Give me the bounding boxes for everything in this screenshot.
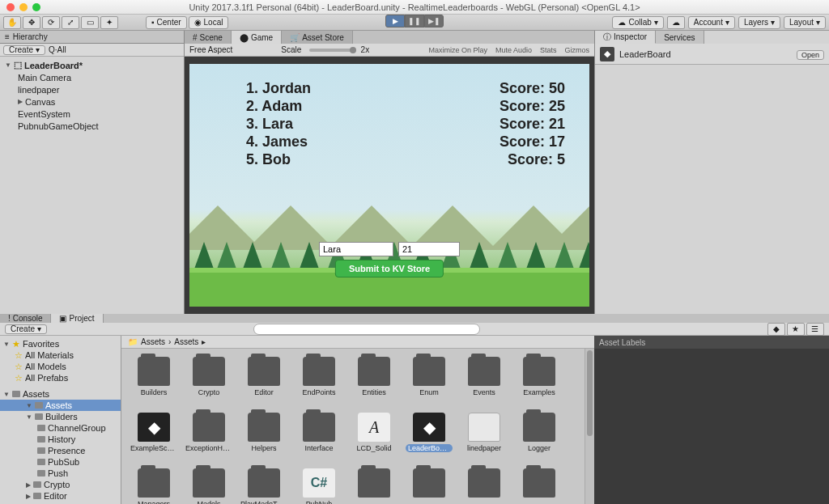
project-tree-item[interactable]: ▼ Assets: [0, 400, 121, 411]
project-tree-item[interactable]: ☆ All Models: [0, 361, 121, 372]
asset-item[interactable]: linedpaper: [465, 413, 504, 452]
aspect-dropdown[interactable]: Free Aspect: [189, 45, 232, 54]
asset-item[interactable]: [465, 468, 504, 504]
asset-item[interactable]: ◆ExampleScene: [134, 413, 173, 452]
unity-cube-icon: ◆: [600, 47, 614, 61]
asset-item[interactable]: Builders: [134, 357, 173, 396]
account-dropdown[interactable]: Account ▾: [688, 16, 735, 29]
scale-value: 2x: [361, 45, 370, 54]
project-tree-item[interactable]: ▶ Crypto: [0, 479, 121, 490]
breadcrumb-current[interactable]: Assets: [174, 337, 198, 346]
maximize-window-button[interactable]: [32, 3, 40, 11]
project-tree-item[interactable]: ChannelGroup: [0, 422, 121, 434]
asset-item[interactable]: Events: [465, 357, 504, 396]
asset-item[interactable]: [355, 468, 393, 504]
leaderboard-row: 2. AdamScore: 25: [246, 98, 565, 116]
hierarchy-tab[interactable]: ≡ Hierarchy: [0, 31, 184, 44]
asset-item[interactable]: Editor: [244, 357, 283, 396]
close-window-button[interactable]: [6, 3, 15, 11]
step-button[interactable]: ▶❚: [424, 15, 444, 28]
layout-dropdown[interactable]: Layout ▾: [784, 16, 826, 29]
hierarchy-item[interactable]: ▶Canvas: [0, 95, 184, 108]
hierarchy-item[interactable]: Main Camera: [0, 71, 184, 83]
asset-item[interactable]: Entities: [355, 357, 393, 396]
asset-item[interactable]: Helpers: [244, 413, 283, 452]
project-search-input[interactable]: [253, 324, 480, 335]
collab-dropdown[interactable]: ☁ Collab ▾: [612, 16, 663, 29]
gizmos-toggle[interactable]: Gizmos: [564, 46, 589, 54]
project-create-dropdown[interactable]: Create ▾: [5, 324, 47, 334]
scale-slider[interactable]: [309, 49, 352, 52]
leaderboard-name-input[interactable]: [319, 242, 393, 256]
asset-item[interactable]: C#PubNub: [300, 468, 338, 504]
inspector-object-name: LeaderBoard: [619, 49, 671, 59]
stats-toggle[interactable]: Stats: [540, 46, 557, 54]
scale-tool[interactable]: ⤢: [62, 16, 79, 29]
pivot-toggle[interactable]: ▪ Center: [146, 16, 187, 29]
asset-item[interactable]: EndPoints: [300, 357, 338, 396]
leaderboard-row: 5. BobScore: 5: [246, 151, 565, 169]
project-tree-item[interactable]: ▼★ Favorites: [0, 338, 121, 349]
project-tree-item[interactable]: Presence: [0, 445, 121, 456]
asset-item[interactable]: Interface: [300, 413, 338, 452]
filter-button-2[interactable]: ★: [787, 323, 805, 336]
layers-dropdown[interactable]: Layers ▾: [738, 16, 780, 29]
project-scrollbar[interactable]: [585, 349, 594, 504]
services-tab[interactable]: Services: [656, 31, 704, 44]
hierarchy-item[interactable]: PubnubGameObject: [0, 120, 184, 132]
project-tree-item[interactable]: ▶ Editor: [0, 490, 121, 502]
move-tool[interactable]: ✥: [23, 16, 40, 29]
cloud-button[interactable]: ☁: [667, 16, 685, 29]
leaderboard-row: 3. LaraScore: 21: [246, 116, 565, 133]
project-tree-item[interactable]: PubSub: [0, 456, 121, 468]
filter-button-3[interactable]: ☰: [806, 323, 824, 336]
hierarchy-item[interactable]: linedpaper: [0, 83, 184, 95]
asset-item[interactable]: Managers: [134, 468, 173, 504]
open-asset-button[interactable]: Open: [797, 50, 824, 60]
asset-item[interactable]: Examples: [520, 357, 559, 396]
project-tab[interactable]: ▣ Project: [51, 314, 103, 323]
hierarchy-create-dropdown[interactable]: Create ▾: [3, 45, 45, 55]
project-tree-item[interactable]: Push: [0, 468, 121, 479]
rect-tool[interactable]: ▭: [81, 16, 99, 29]
filter-button-1[interactable]: ◆: [767, 323, 785, 336]
rotate-tool[interactable]: ⟳: [42, 16, 60, 29]
leaderboard-score-input[interactable]: [398, 242, 460, 256]
hierarchy-search-filter[interactable]: Q·All: [49, 45, 66, 54]
mute-toggle[interactable]: Mute Audio: [495, 46, 532, 54]
leaderboard-row: 4. JamesScore: 17: [246, 133, 565, 151]
pause-button[interactable]: ❚❚: [405, 15, 424, 28]
asset-item[interactable]: [410, 468, 449, 504]
asset-item[interactable]: ◆LeaderBoard: [410, 413, 449, 452]
hierarchy-item[interactable]: EventSystem: [0, 108, 184, 120]
asset-item[interactable]: Logger: [520, 413, 559, 452]
submit-button[interactable]: Submit to KV Store: [335, 260, 444, 277]
asset-item[interactable]: [520, 468, 559, 504]
asset-store-tab[interactable]: 🛒 Asset Store: [282, 31, 353, 44]
project-tree-item[interactable]: ☆ All Materials: [0, 349, 121, 361]
game-tab[interactable]: ⬤ Game: [232, 31, 282, 44]
hand-tool[interactable]: ✋: [3, 16, 21, 29]
asset-item[interactable]: Enum: [410, 357, 449, 396]
project-tree-item[interactable]: ▼ Assets: [0, 388, 121, 400]
project-tree-item[interactable]: ☆ All Prefabs: [0, 372, 121, 383]
breadcrumb-root[interactable]: Assets: [141, 337, 165, 346]
asset-item[interactable]: PlayModeTes...: [244, 468, 283, 504]
asset-item[interactable]: Crypto: [189, 357, 228, 396]
console-tab[interactable]: ! Console: [0, 314, 51, 323]
inspector-tab[interactable]: ⓘ Inspector: [595, 31, 656, 44]
project-tree-item[interactable]: ▼ Builders: [0, 411, 121, 422]
scene-tab[interactable]: # Scene: [185, 31, 232, 44]
asset-item[interactable]: Models: [189, 468, 228, 504]
asset-item[interactable]: ExceptionHa...: [189, 413, 228, 452]
asset-labels-header: Asset Labels: [594, 336, 829, 349]
play-button[interactable]: ▶: [385, 15, 405, 28]
maximize-toggle[interactable]: Maximize On Play: [428, 46, 487, 54]
space-toggle[interactable]: ◉ Local: [189, 16, 229, 29]
minimize-window-button[interactable]: [19, 3, 28, 11]
asset-item[interactable]: ALCD_Solid: [355, 413, 393, 452]
game-viewport: 1. JordanScore: 502. AdamScore: 253. Lar…: [189, 64, 589, 307]
project-tree-item[interactable]: History: [0, 434, 121, 445]
scene-root[interactable]: ▼⬚ LeaderBoard*: [0, 59, 184, 71]
transform-tool[interactable]: ✦: [100, 16, 118, 29]
